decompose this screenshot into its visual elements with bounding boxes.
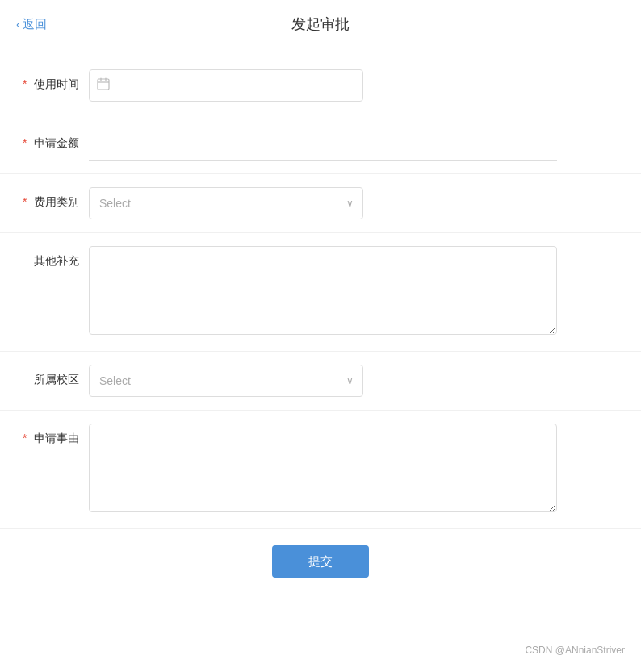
reason-textarea[interactable] (89, 424, 557, 512)
page-header: ‹ 返回 发起审批 (0, 0, 641, 48)
label-expense-type: 费用类别 (24, 187, 89, 210)
form-row-amount: 申请金额 (0, 115, 641, 174)
label-amount: 申请金额 (24, 128, 89, 151)
supplement-wrapper (89, 246, 617, 338)
form-row-supplement: 其他补充 (0, 233, 641, 352)
chevron-left-icon: ‹ (16, 18, 20, 31)
watermark: CSDN @ANnianStriver (525, 645, 625, 656)
expense-type-select-wrapper: Select ∨ (89, 187, 363, 219)
date-input-wrapper (89, 69, 363, 102)
back-button[interactable]: ‹ 返回 (16, 17, 47, 32)
page-title: 发起审批 (291, 15, 350, 34)
form-row-campus: 所属校区 Select ∨ (0, 352, 641, 411)
amount-input[interactable] (89, 128, 557, 161)
expense-type-select[interactable]: Select (89, 187, 363, 219)
form-container: 使用时间 申请金额 费用类别 (0, 48, 641, 642)
form-row-usage-time: 使用时间 (0, 56, 641, 115)
expense-type-wrapper: Select ∨ (89, 187, 509, 219)
calendar-icon (97, 77, 110, 94)
usage-time-wrapper (89, 69, 509, 102)
submit-button[interactable]: 提交 (272, 545, 369, 578)
submit-area: 提交 (0, 529, 641, 594)
supplement-textarea[interactable] (89, 246, 557, 335)
label-usage-time: 使用时间 (24, 69, 89, 92)
label-reason: 申请事由 (24, 424, 89, 446)
form-row-expense-type: 费用类别 Select ∨ (0, 174, 641, 233)
amount-wrapper (89, 128, 617, 161)
form-row-reason: 申请事由 (0, 411, 641, 529)
svg-rect-0 (98, 79, 109, 90)
campus-select[interactable]: Select (89, 365, 363, 397)
usage-time-input[interactable] (89, 69, 363, 102)
campus-select-wrapper: Select ∨ (89, 365, 363, 397)
campus-wrapper: Select ∨ (89, 365, 509, 397)
reason-wrapper (89, 424, 617, 515)
label-campus: 所属校区 (24, 365, 89, 387)
back-label: 返回 (23, 17, 47, 32)
label-supplement: 其他补充 (24, 246, 89, 269)
